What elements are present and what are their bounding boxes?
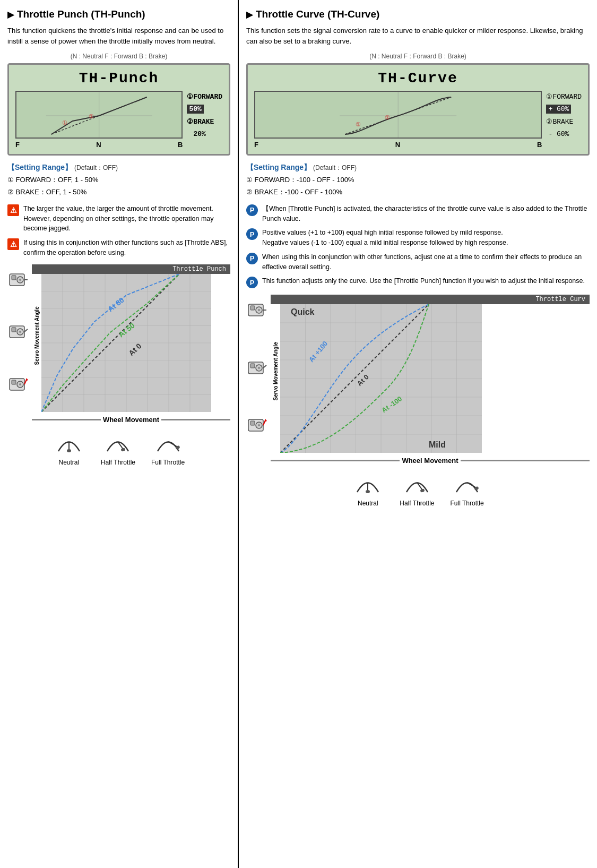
right-chart-container: Throttle Curv Servo Movement Angle bbox=[246, 295, 590, 465]
servo-drawing-full-right: Full Throttle bbox=[451, 471, 484, 507]
left-setting-range: 【Setting Range】 (Default：OFF) ① FORWARD：… bbox=[7, 163, 230, 199]
mild-label: Mild bbox=[429, 440, 446, 449]
right-lcd-axis: FNB bbox=[254, 141, 542, 149]
right-description: This function sets the signal conversion… bbox=[246, 25, 590, 46]
left-lcd-box: TH-Punch ① ② bbox=[7, 63, 230, 156]
info-icon-1: P bbox=[246, 204, 258, 216]
svg-marker-66 bbox=[264, 419, 267, 422]
svg-point-64 bbox=[258, 424, 260, 426]
right-lcd-values: ①FORWARD + 60% ②BRAKE - 60% bbox=[546, 91, 582, 149]
svg-marker-20 bbox=[25, 378, 28, 381]
right-arrow-icon: ▶ bbox=[246, 10, 253, 20]
svg-rect-16 bbox=[12, 380, 16, 384]
svg-point-87 bbox=[366, 490, 370, 493]
servo-drawing-full-left: Full Throttle bbox=[151, 430, 185, 466]
left-chart-area: Throttle Punch Servo Movement Angle bbox=[32, 264, 230, 424]
half-throttle-servo-svg bbox=[102, 430, 134, 457]
svg-rect-52 bbox=[250, 306, 255, 310]
left-lcd-axis: FNB bbox=[15, 141, 183, 149]
right-servo-drawings: Neutral Half Throttle Full Throttle bbox=[246, 471, 590, 507]
servo-icon-mid-left bbox=[7, 322, 29, 345]
left-description: This function quickens the throttle's in… bbox=[7, 25, 230, 46]
servo-drawing-neutral-left: Neutral bbox=[53, 430, 85, 466]
right-info-4: P This function adjusts only the curve. … bbox=[246, 276, 590, 288]
left-warnings: ⚠ The larger the value, the larger the a… bbox=[7, 204, 230, 258]
svg-point-59 bbox=[258, 367, 260, 369]
right-wheel-movement-label: Wheel Movement bbox=[271, 457, 590, 465]
svg-point-41 bbox=[67, 449, 71, 452]
servo-drawing-neutral-right: Neutral bbox=[352, 471, 384, 507]
right-setting-items: ① FORWARD：-100 - OFF - 100% ② BRAKE：-100… bbox=[246, 174, 590, 199]
right-lcd-graph: ① ② bbox=[254, 91, 542, 139]
servo-icon-bot-right bbox=[246, 415, 267, 438]
svg-rect-6 bbox=[12, 276, 16, 280]
left-arrow-icon: ▶ bbox=[7, 10, 14, 20]
servo-icon-bot-left bbox=[7, 374, 29, 397]
servo-drawing-half-right: Half Throttle bbox=[400, 471, 434, 507]
left-y-axis-label: Servo Movement Angle bbox=[34, 322, 40, 365]
right-info-3: P When using this in conjunction with ot… bbox=[246, 252, 590, 272]
svg-text:②: ② bbox=[385, 114, 390, 121]
left-chart-svg: At 80 At 50 At 0 bbox=[41, 274, 211, 412]
left-lcd-title: TH-Punch bbox=[15, 70, 222, 87]
right-chart-area: Throttle Curv Servo Movement Angle bbox=[271, 295, 590, 465]
svg-line-44 bbox=[168, 442, 178, 447]
right-info-1: P 【When [Throttle Punch] is activated, t… bbox=[246, 204, 590, 224]
svg-point-8 bbox=[19, 279, 21, 281]
right-setting-range: 【Setting Range】 (Default：OFF) ① FORWARD：… bbox=[246, 163, 590, 199]
servo-icon-top-right bbox=[246, 300, 267, 323]
info-icon-2: P bbox=[246, 228, 258, 240]
svg-point-54 bbox=[258, 309, 260, 311]
svg-text:①: ① bbox=[356, 121, 361, 127]
right-legend: (N : Neutral F : Forward B : Brake) bbox=[246, 53, 590, 60]
svg-line-14 bbox=[24, 329, 28, 332]
neutral-servo-right-svg bbox=[352, 471, 384, 497]
svg-line-60 bbox=[263, 365, 266, 368]
warning-icon-2: ⚠ bbox=[7, 238, 19, 250]
neutral-servo-svg bbox=[53, 430, 85, 457]
svg-rect-62 bbox=[250, 421, 255, 425]
svg-text:①: ① bbox=[62, 119, 67, 126]
right-chart-title: Throttle Curv bbox=[271, 295, 590, 304]
right-column: ▶ Throttle Curve (TH-Curve) This functio… bbox=[239, 0, 597, 868]
left-legend: (N : Neutral F : Forward B : Brake) bbox=[7, 53, 230, 60]
full-throttle-servo-right-svg bbox=[451, 471, 483, 497]
full-throttle-servo-svg bbox=[152, 430, 184, 457]
right-info-2: P Positive values (+1 to +100) equal hig… bbox=[246, 228, 590, 248]
svg-point-43 bbox=[121, 447, 126, 451]
left-column: ▶ Throttle Punch (TH-Punch) This functio… bbox=[0, 0, 239, 868]
right-info-blocks: P 【When [Throttle Punch] is activated, t… bbox=[246, 204, 590, 289]
left-warning-1: ⚠ The larger the value, the larger the a… bbox=[7, 204, 230, 234]
left-chart-container: Throttle Punch Servo Movement Angle bbox=[7, 264, 230, 424]
svg-point-18 bbox=[19, 383, 21, 385]
servo-icon-mid-right bbox=[246, 358, 267, 381]
quick-label: Quick bbox=[291, 307, 315, 316]
left-chart-title: Throttle Punch bbox=[32, 264, 230, 274]
servo-drawing-half-left: Half Throttle bbox=[101, 430, 135, 466]
left-servo-drawings: Neutral Half Throttle Full Throttle bbox=[7, 430, 230, 466]
left-setting-items: ① FORWARD：OFF, 1 - 50% ② BRAKE：OFF, 1 - … bbox=[7, 174, 230, 199]
left-lcd-graph: ① ② bbox=[15, 91, 183, 139]
right-lcd-title: TH-Curve bbox=[254, 70, 582, 87]
svg-point-13 bbox=[19, 331, 21, 333]
svg-line-90 bbox=[467, 483, 477, 488]
right-y-axis-label: Servo Movement Angle bbox=[273, 358, 279, 401]
servo-icon-top-left bbox=[7, 270, 29, 293]
left-warning-2: ⚠ If using this in conjunction with othe… bbox=[7, 238, 230, 258]
svg-rect-57 bbox=[250, 364, 255, 368]
right-section-title: ▶ Throttle Curve (TH-Curve) bbox=[246, 8, 590, 20]
left-wheel-movement-label: Wheel Movement bbox=[32, 416, 230, 424]
warning-icon-1: ⚠ bbox=[7, 204, 19, 216]
left-section-title: ▶ Throttle Punch (TH-Punch) bbox=[7, 8, 230, 20]
svg-point-89 bbox=[420, 488, 425, 493]
right-chart-svg: Quick Mild At +100 At 0 At -100 bbox=[280, 304, 482, 453]
svg-text:②: ② bbox=[89, 113, 94, 119]
left-lcd-values: ①FORWARD 50% ②BRAKE 20% bbox=[187, 91, 222, 149]
right-lcd-box: TH-Curve ① ② bbox=[246, 63, 590, 156]
info-icon-3: P bbox=[246, 253, 258, 264]
svg-rect-11 bbox=[12, 328, 16, 332]
half-throttle-servo-right-svg bbox=[401, 471, 433, 497]
info-icon-4: P bbox=[246, 277, 258, 288]
